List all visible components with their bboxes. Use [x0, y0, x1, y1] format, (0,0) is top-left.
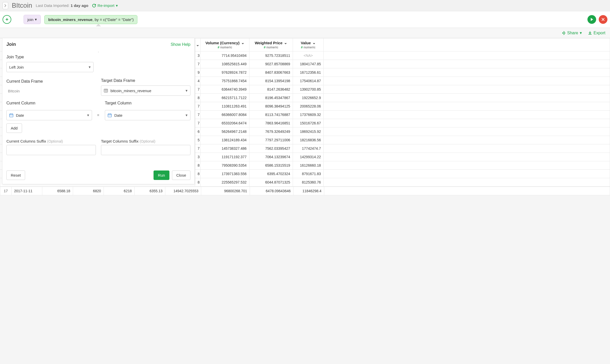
- join-type-select[interactable]: Left Join ▾: [6, 62, 94, 72]
- target-df-value: bitcoin_miners_revenue: [110, 89, 151, 93]
- chevron-right-icon: [4, 4, 6, 7]
- reset-button[interactable]: Reset: [6, 170, 25, 180]
- cell: 8791671.83: [293, 170, 324, 178]
- cell: 7: [195, 60, 201, 68]
- close-button[interactable]: Close: [172, 170, 190, 180]
- cell: [324, 111, 610, 119]
- current-col-select[interactable]: Date ▾: [6, 110, 92, 120]
- action-bar: Share ▾ Export: [0, 28, 610, 38]
- cell: 6395.4702324: [249, 170, 293, 178]
- cell: 145738327.486: [201, 144, 249, 153]
- cell: 7: [195, 85, 201, 94]
- current-df-value: BItcoin: [6, 86, 96, 96]
- expression-text: bitcoin_miners_revenue, by = c("Date" = …: [48, 17, 134, 22]
- current-col-value: Date: [16, 113, 24, 117]
- table-row[interactable]: 17 2017-11-11 6588.18 6820 6218 6355.13 …: [0, 187, 610, 195]
- cell: 17742474.7: [293, 144, 324, 153]
- cell: [324, 153, 610, 161]
- run-button[interactable]: Run: [154, 170, 169, 180]
- target-suffix-input[interactable]: [101, 145, 190, 155]
- cell: 7: [195, 144, 201, 153]
- header-bar: BItcoin Last Data Imported: 1 day ago Re…: [0, 0, 610, 11]
- cell: 7797.29711006: [249, 136, 293, 144]
- cell: 20065228.06: [293, 102, 324, 111]
- cell: [324, 51, 610, 60]
- cell: [324, 127, 610, 136]
- cell: 2017-11-11: [12, 187, 42, 195]
- cell: 119171192.377: [201, 153, 249, 161]
- target-col-label: Target Column: [105, 101, 190, 105]
- close-icon: [602, 18, 605, 21]
- current-suffix-label: Current Columns Suffix (Optional): [6, 139, 63, 143]
- content-area: Join Show Help · Join Type Left Join ▾ C…: [0, 38, 610, 195]
- cell: 15016726.67: [293, 119, 324, 127]
- calendar-icon: [9, 113, 13, 117]
- run-step-button[interactable]: [587, 15, 596, 24]
- cell: 7: [195, 111, 201, 119]
- cell: 108525815.449: [201, 60, 249, 68]
- chevron-down-icon: ⌄: [284, 40, 287, 45]
- cell: 79508390.5354: [201, 161, 249, 170]
- col-header-value[interactable]: Value ⌄ # numeric: [293, 38, 324, 51]
- join-panel-title: Join: [6, 42, 16, 47]
- cell: 7863.96416851: [249, 119, 293, 127]
- expand-sidebar-button[interactable]: [3, 2, 8, 9]
- share-button[interactable]: Share ▾: [561, 30, 582, 35]
- reimport-label: Re-import: [98, 3, 115, 8]
- caret-down-icon: ▾: [186, 88, 188, 93]
- cell: 14299314.22: [293, 153, 324, 161]
- add-step-button[interactable]: +: [3, 15, 11, 24]
- col-header-volume[interactable]: Volume (Currency) ⌄ # numeric: [201, 38, 249, 51]
- row-index: 17: [0, 187, 12, 195]
- reimport-button[interactable]: Re-import ▾: [92, 3, 118, 8]
- cell: 11846298.4: [293, 187, 324, 195]
- cell: [324, 119, 610, 127]
- expression-pill[interactable]: bitcoin_miners_revenue, by = c("Date" = …: [44, 15, 137, 24]
- chevron-down-icon: ⌄: [196, 42, 199, 47]
- col-header-weighted-price[interactable]: Weighted Price ⌄ # numeric: [249, 38, 293, 51]
- cell: [324, 102, 610, 111]
- caret-down-icon: ▾: [35, 17, 37, 22]
- export-button[interactable]: Export: [588, 31, 605, 35]
- cell: 7714.95410494: [201, 51, 249, 60]
- target-df-select[interactable]: bitcoin_miners_revenue ▾: [101, 85, 190, 96]
- join-pill[interactable]: join ▾: [24, 15, 41, 24]
- share-icon: [561, 31, 566, 35]
- cell: [324, 77, 610, 85]
- cell: 8154.13954198: [249, 77, 293, 85]
- download-icon: [588, 31, 592, 35]
- caret-down-icon: ▾: [186, 113, 188, 117]
- current-suffix-input[interactable]: [6, 145, 96, 155]
- cell: 7679.32649249: [249, 127, 293, 136]
- show-help-link[interactable]: Show Help: [171, 42, 190, 47]
- cancel-step-button[interactable]: [599, 15, 607, 24]
- cell: [324, 60, 610, 68]
- last-import-prefix: Last Data Imported:: [36, 3, 71, 8]
- step-row: + join ▾ bitcoin_miners_revenue, by = c(…: [0, 11, 610, 28]
- cell: 17540614.87: [293, 77, 324, 85]
- cell: 7064.13239674: [249, 153, 293, 161]
- cell: 17376609.32: [293, 111, 324, 119]
- cell: 6218: [104, 187, 135, 195]
- cell: 8: [195, 170, 201, 178]
- caret-down-icon: ▾: [89, 65, 91, 69]
- cell: 3: [195, 153, 201, 161]
- cell: 6586.15315519: [249, 161, 293, 170]
- cell: 8147.2636482: [249, 85, 293, 94]
- svg-rect-0: [104, 89, 108, 92]
- target-col-select[interactable]: Date ▾: [105, 110, 190, 120]
- cell: 14942.7025553: [165, 187, 201, 195]
- cell: 8125360.76: [293, 178, 324, 187]
- add-column-pair-button[interactable]: Add: [6, 123, 22, 133]
- cell: 6820: [73, 187, 104, 195]
- cell-blank: [324, 187, 610, 195]
- cell: 6355.13: [135, 187, 165, 195]
- target-suffix-label: Target Columns Suffix (Optional): [101, 139, 155, 143]
- scroll-indicator: ·: [6, 50, 190, 54]
- calendar-icon: [108, 113, 112, 117]
- cell: 8113.74176887: [249, 111, 293, 119]
- caret-down-icon: ▾: [116, 3, 118, 8]
- current-col-label: Current Column: [6, 101, 92, 105]
- share-label: Share: [567, 31, 578, 35]
- partial-col-header[interactable]: ⌄: [195, 38, 201, 51]
